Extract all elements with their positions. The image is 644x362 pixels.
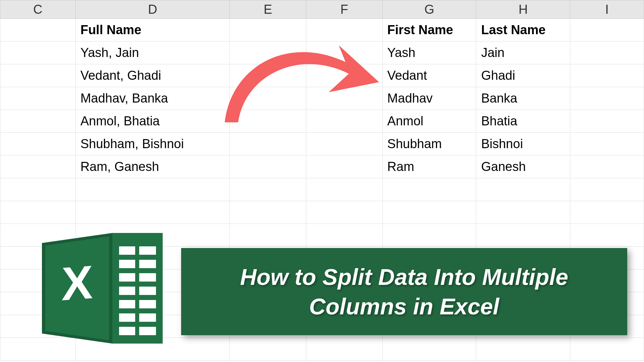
banner-title-text: How to Split Data Into Multiple Columns … <box>195 262 614 321</box>
cell[interactable] <box>306 87 382 110</box>
column-header-d[interactable]: D <box>75 0 230 19</box>
cell[interactable] <box>0 178 76 201</box>
cell[interactable] <box>0 64 76 87</box>
cell[interactable] <box>570 338 644 361</box>
cell-firstname[interactable]: Vedant <box>382 64 476 87</box>
cell[interactable] <box>230 338 306 361</box>
cell[interactable] <box>230 133 306 156</box>
cell[interactable] <box>382 201 476 224</box>
cell[interactable] <box>382 338 476 361</box>
cell[interactable] <box>306 64 382 87</box>
column-headers-row: C D E F G H I <box>0 0 644 19</box>
cell-firstname[interactable]: Madhav <box>382 87 476 110</box>
cell[interactable] <box>230 64 306 87</box>
table-row: Yash, Jain Yash Jain <box>0 42 644 64</box>
cell[interactable] <box>230 42 306 64</box>
column-header-g[interactable]: G <box>382 0 476 19</box>
table-row: Ram, Ganesh Ram Ganesh <box>0 156 644 178</box>
cell[interactable] <box>306 178 382 201</box>
cell-lastname[interactable]: Jain <box>476 42 570 64</box>
cell-firstname[interactable]: Anmol <box>382 110 476 133</box>
column-header-e[interactable]: E <box>230 0 306 19</box>
cell[interactable] <box>306 224 382 247</box>
cell[interactable] <box>306 156 382 178</box>
cell-lastname[interactable]: Ganesh <box>476 156 570 178</box>
cell[interactable] <box>0 133 76 156</box>
table-row <box>0 178 644 201</box>
table-row <box>0 201 644 224</box>
cell-fullname[interactable]: Yash, Jain <box>75 42 230 64</box>
cell-firstname[interactable]: Shubham <box>382 133 476 156</box>
cell-firstname[interactable]: Yash <box>382 42 476 64</box>
excel-logo-icon: X <box>18 226 173 350</box>
cell[interactable] <box>306 110 382 133</box>
cell-lastname[interactable]: Banka <box>476 87 570 110</box>
cell[interactable] <box>0 156 76 178</box>
cell[interactable] <box>382 224 476 247</box>
cell[interactable] <box>476 178 570 201</box>
cell[interactable] <box>570 178 644 201</box>
column-header-f[interactable]: F <box>306 0 382 19</box>
cell[interactable] <box>0 42 76 64</box>
cell[interactable] <box>306 201 382 224</box>
cell-fullname[interactable]: Shubham, Bishnoi <box>75 133 230 156</box>
column-header-h[interactable]: H <box>476 0 570 19</box>
table-row: Full Name First Name Last Name <box>0 19 644 42</box>
cell[interactable] <box>230 156 306 178</box>
cell[interactable] <box>570 156 644 178</box>
cell[interactable] <box>230 178 306 201</box>
cell[interactable] <box>0 87 76 110</box>
cell[interactable] <box>570 42 644 64</box>
cell[interactable] <box>230 110 306 133</box>
cell[interactable] <box>476 338 570 361</box>
svg-text:X: X <box>61 256 93 310</box>
title-banner: How to Split Data Into Multiple Columns … <box>181 248 627 335</box>
cell[interactable] <box>230 201 306 224</box>
cell[interactable] <box>476 224 570 247</box>
table-row: Anmol, Bhatia Anmol Bhatia <box>0 110 644 133</box>
cell[interactable] <box>230 87 306 110</box>
cell[interactable] <box>382 178 476 201</box>
cell-fullname[interactable]: Vedant, Ghadi <box>75 64 230 87</box>
cell-lastname[interactable]: Ghadi <box>476 64 570 87</box>
cell[interactable] <box>75 201 230 224</box>
cell-firstname[interactable]: Ram <box>382 156 476 178</box>
cell-header-firstname[interactable]: First Name <box>382 19 476 42</box>
cell[interactable] <box>0 110 76 133</box>
cell[interactable] <box>570 64 644 87</box>
cell[interactable] <box>230 19 306 42</box>
table-row: Madhav, Banka Madhav Banka <box>0 87 644 110</box>
cell-lastname[interactable]: Bhatia <box>476 110 570 133</box>
cell[interactable] <box>0 19 76 42</box>
cell[interactable] <box>306 133 382 156</box>
cell[interactable] <box>0 201 76 224</box>
column-header-c[interactable]: C <box>0 0 76 19</box>
cell-fullname[interactable]: Madhav, Banka <box>75 87 230 110</box>
svg-rect-7 <box>135 243 139 339</box>
cell-lastname[interactable]: Bishnoi <box>476 133 570 156</box>
table-row: Vedant, Ghadi Vedant Ghadi <box>0 64 644 87</box>
cell-header-fullname[interactable]: Full Name <box>75 19 230 42</box>
cell[interactable] <box>476 201 570 224</box>
cell[interactable] <box>570 224 644 247</box>
cell-fullname[interactable]: Ram, Ganesh <box>75 156 230 178</box>
cell[interactable] <box>306 19 382 42</box>
cell[interactable] <box>230 224 306 247</box>
cell[interactable] <box>570 133 644 156</box>
cell-fullname[interactable]: Anmol, Bhatia <box>75 110 230 133</box>
column-header-i[interactable]: I <box>570 0 644 19</box>
cell[interactable] <box>75 178 230 201</box>
table-row: Shubham, Bishnoi Shubham Bishnoi <box>0 133 644 156</box>
cell[interactable] <box>306 42 382 64</box>
cell[interactable] <box>570 87 644 110</box>
cell[interactable] <box>570 19 644 42</box>
cell[interactable] <box>570 201 644 224</box>
cell[interactable] <box>570 110 644 133</box>
cell[interactable] <box>306 338 382 361</box>
cell-header-lastname[interactable]: Last Name <box>476 19 570 42</box>
